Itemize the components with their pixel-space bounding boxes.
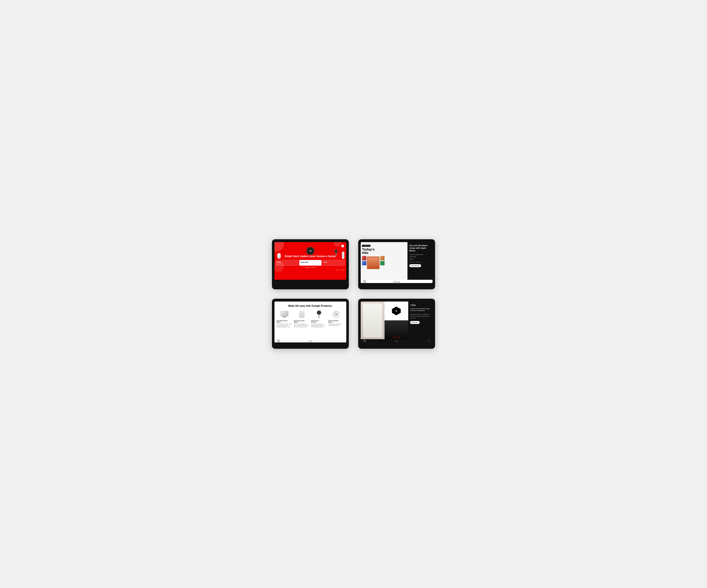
nest-camera-visual [317, 310, 321, 318]
album-cover-3 [380, 256, 384, 260]
artist-silhouette [367, 257, 379, 269]
nest-hub-screen [281, 311, 288, 316]
feature-spatial-audio: Immersive Spacial Audio [409, 253, 431, 256]
nest-hub-image [279, 310, 290, 319]
screen3-bottom-bar: Google [274, 339, 346, 342]
navigation-tiles: Game → Smart home → Plans → [274, 260, 346, 267]
album-main-inner [367, 256, 379, 269]
plus-play-logo: +play [410, 304, 431, 306]
screen4-image-collage: Calm + NETFLIX [361, 302, 408, 339]
language-selector: English • Español [274, 269, 346, 271]
tile-plans-arrow: → [342, 263, 344, 265]
tablet-2:  Apple Music Today'sHits [358, 239, 435, 289]
product-nest-hub: Nest Hub 2nd Gen $99.99 Stream videos an… [277, 310, 292, 327]
nest-thermostat-price: $99.99 [328, 321, 344, 323]
screen1-bottom-bar [274, 280, 346, 281]
album-art-row [362, 256, 406, 269]
tile-game[interactable]: Game → [276, 260, 298, 266]
screen4-content-area: Calm + NETFLIX [361, 302, 433, 339]
netflix-brand-label: NETFLIX [393, 337, 400, 338]
nest-hub-name: Nest Hub 2nd Gen [277, 320, 292, 321]
screen2-display:  Apple Music Today'sHits [361, 242, 433, 283]
tile-game-arrow: → [296, 263, 297, 265]
hamburger-icon[interactable] [363, 280, 366, 282]
nest-audio-price: $49.99 [294, 321, 310, 323]
nest-audio-image [296, 310, 307, 319]
info-icon[interactable]: i [428, 340, 430, 342]
netflix-image: NETFLIX [384, 320, 408, 339]
album-strip-left [362, 256, 366, 269]
product-nest-camera: Nest Camera $179.99 24/7 HD video stream… [311, 310, 327, 327]
screen2-cta-panel: Get over 90 million songs with Apple Mus… [407, 242, 433, 280]
nest-thermostat-visual: 70 [333, 311, 340, 318]
screen2-nav-label: Apple Music [393, 281, 400, 282]
nest-cam-body [317, 310, 321, 315]
screen1-content-area: 70 Smart tech makes your house a home. G… [274, 242, 346, 280]
hamburger-icon-3[interactable] [277, 340, 280, 342]
nest-camera-desc: 24/7 HD video streaming. Intelligent sec… [311, 323, 327, 327]
nest-hub-price: $99.99 [277, 321, 292, 323]
apple-music-badge:  Apple Music [362, 245, 370, 247]
calm-brand-label: Calm [362, 336, 366, 338]
product-nest-audio: Nest Audio & Mini $49.99 Stream music an… [294, 310, 310, 327]
screen4-headline: A simple new way to take charge of all y… [410, 308, 430, 311]
tile-smart-home-arrow: → [319, 263, 321, 265]
verizon-plus-art: + [384, 302, 408, 320]
screen4-bottom-bar: Shop i [361, 339, 433, 342]
screen4-subtext: And find new ones — everything from TV, … [410, 314, 430, 319]
screen4-cta-panel: +play A simple new way to take charge of… [408, 302, 433, 339]
product-nest-thermostat: 70 Nest Thermostat $99.99 Energy-saving.… [328, 310, 344, 327]
album-cover-2 [362, 261, 366, 265]
tablet-3: Make life easy with Google Products. Nes… [272, 299, 349, 349]
tile-plans[interactable]: Plans → [323, 260, 345, 266]
dark-person-visual [384, 320, 408, 339]
screen2-cta-text: Interested in Apple Music? [409, 262, 431, 263]
headphones-person-visual [363, 303, 382, 337]
nest-audio-name: Nest Audio & Mini [294, 320, 310, 321]
nest-audio-visual [299, 311, 305, 318]
screen4-display: Calm + NETFLIX [361, 302, 433, 342]
screen2-music-art:  Apple Music Today'sHits [361, 242, 407, 280]
pick-plan-button[interactable]: Pick your plan [409, 264, 421, 267]
album-cover-1 [362, 256, 366, 260]
products-grid: Nest Hub 2nd Gen $99.99 Stream videos an… [277, 310, 344, 327]
svg-text:+: + [395, 309, 397, 313]
tap-to-explore-label: Tap tiles to explore [274, 267, 346, 269]
nest-camera-name: Nest Camera [311, 320, 327, 321]
nest-cam-stand [318, 315, 319, 318]
album-cover-4 [380, 261, 384, 265]
screen2-content-area:  Apple Music Today'sHits [361, 242, 433, 280]
screen3-headline: Make life easy with Google Products. [277, 304, 344, 308]
hamburger-icon-4[interactable] [363, 340, 366, 342]
verizon-plus-icon: + [392, 306, 401, 316]
plus-play-logo-text: +play [410, 304, 416, 306]
album-strip-right [380, 256, 384, 269]
album-main-art [367, 256, 379, 269]
apple-logo-icon:  [363, 245, 363, 246]
nest-camera-price: $179.99 [311, 321, 327, 323]
calm-image: Calm [361, 302, 384, 339]
screen3-nav-label: Google [308, 340, 312, 342]
nest-hub-desc: Stream videos and music. Control smart d… [277, 323, 292, 327]
main-grid: 70 Smart tech makes your house a home. G… [259, 227, 448, 361]
nest-camera-image [313, 310, 325, 319]
screen2-bottom-bar: Apple Music [361, 280, 433, 283]
feature-ad-free: Ad-free [409, 258, 431, 260]
thermostat-number: 70 [335, 313, 337, 315]
screen2-headline: Get over 90 million songs with Apple Mus… [409, 244, 431, 252]
nest-hub-base [283, 316, 286, 317]
apple-music-features: Immersive Spacial Audio Listen offline A… [409, 253, 431, 260]
nest-thermostat-image: 70 [331, 310, 342, 319]
enroll-now-button[interactable]: Enroll now [410, 321, 420, 324]
nest-audio-desc: Stream music and take voice calls. Contr… [294, 323, 310, 327]
screen4-nav-label: Shop [395, 340, 398, 342]
nest-thermostat-desc: Energy-saving. Control from anywhere. Ea… [328, 323, 344, 326]
tablet-4: Calm + NETFLIX [358, 299, 435, 349]
screen1-display: 70 Smart tech makes your house a home. G… [274, 242, 346, 280]
feature-offline: Listen offline [409, 256, 431, 258]
tile-smart-home[interactable]: Smart home → [299, 260, 322, 266]
headphones-person-art [361, 302, 384, 339]
nest-thermostat-name: Nest Thermostat [328, 320, 344, 321]
screen3-display: Make life easy with Google Products. Nes… [274, 302, 346, 342]
todays-hits-title: Today'sHits [362, 248, 406, 255]
